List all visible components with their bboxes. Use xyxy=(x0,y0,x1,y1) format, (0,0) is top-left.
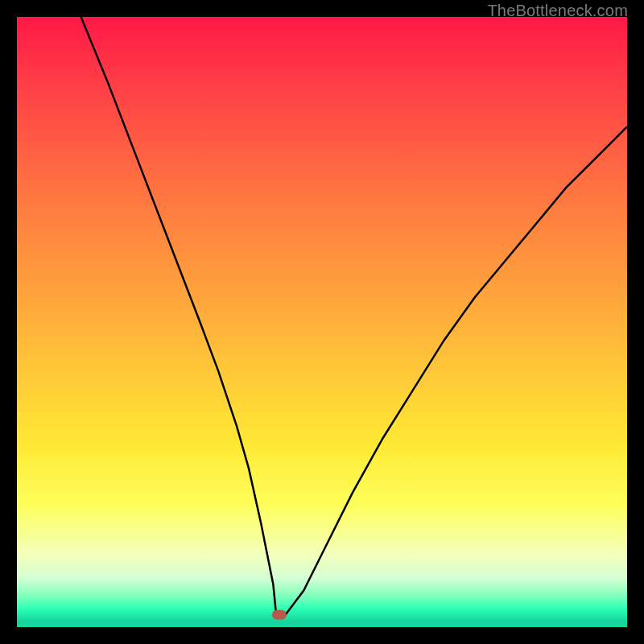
bottleneck-curve xyxy=(17,17,627,627)
watermark-text: TheBottleneck.com xyxy=(487,2,628,20)
svg-rect-0 xyxy=(272,610,287,620)
